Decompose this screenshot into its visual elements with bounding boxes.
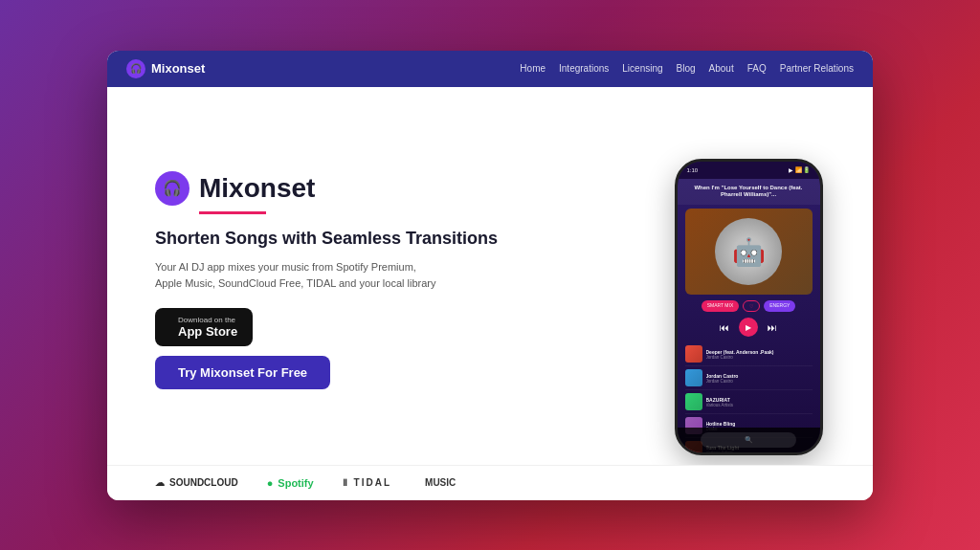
nav-links: Home Integrations Licensing Blog About F… (520, 63, 854, 74)
song-item-3[interactable]: BAZURIAT Various Artists (685, 390, 813, 414)
song-thumb-2 (685, 369, 702, 386)
hero-subtext: Your AI DJ app mixes your music from Spo… (155, 259, 442, 291)
phone-bottom-bar: 🔍 (678, 428, 820, 452)
app-store-large-text: App Store (178, 324, 237, 339)
now-playing-title: When I'm "Lose Yourself to Dance (feat. … (685, 185, 813, 200)
tidal-text: TIDAL (354, 477, 391, 488)
nav-link-about[interactable]: About (709, 63, 734, 74)
browser-window: 🎧 Mixonset Home Integrations Licensing B… (107, 51, 873, 500)
main-content: 🎧 Mixonset Shorten Songs with Seamless T… (107, 87, 873, 465)
song-info-1: Deeper (feat. Anderson .Paak) Jordan Cas… (706, 349, 813, 360)
phone-mockup: 1:10 ▶ 📶 🔋 When I'm "Lose Yourself to Da… (675, 159, 823, 455)
prev-button[interactable]: ⏮ (720, 322, 729, 333)
soundcloud-logo: ☁ SOUNDCLOUD (155, 477, 238, 488)
nav-link-blog[interactable]: Blog (677, 63, 696, 74)
app-store-button[interactable]: Download on the App Store (155, 308, 253, 346)
next-button[interactable]: ⏭ (768, 322, 777, 333)
brand-row: 🎧 Mixonset (155, 171, 614, 206)
spotify-logo: ● Spotify (267, 477, 314, 489)
app-store-small-text: Download on the (178, 316, 237, 324)
playback-controls: ⏮ ▶ ⏭ (678, 314, 820, 341)
nav-link-partner[interactable]: Partner Relations (780, 63, 854, 74)
search-bar-mini[interactable]: 🔍 (701, 432, 796, 448)
song-thumb-3 (685, 393, 702, 410)
navbar: 🎧 Mixonset Home Integrations Licensing B… (107, 51, 873, 87)
phone-status-bar: 1:10 ▶ 📶 🔋 (678, 162, 820, 179)
play-button[interactable]: ▶ (739, 318, 758, 337)
song-thumb-1 (685, 345, 702, 363)
apple-music-text: MUSIC (425, 477, 456, 488)
soundcloud-icon: ☁ (155, 477, 165, 488)
now-playing-header: When I'm "Lose Yourself to Dance (feat. … (678, 179, 820, 206)
nav-link-licensing[interactable]: Licensing (622, 63, 662, 74)
logos-section: ☁ SOUNDCLOUD ● Spotify Ⅱ TIDAL MUSIC (107, 465, 873, 500)
phone-icons: ▶ 📶 🔋 (789, 166, 810, 173)
album-art-area: 🤖 (685, 209, 813, 295)
phone-time: 1:10 (687, 167, 699, 173)
song-artist-2: Jordan Castro (706, 379, 813, 384)
song-item-1[interactable]: Deeper (feat. Anderson .Paak) Jordan Cas… (685, 342, 813, 366)
spotify-icon: ● (267, 477, 274, 489)
nav-link-faq[interactable]: FAQ (747, 63, 767, 74)
mix-pill-smart[interactable]: SMART MIX (702, 300, 740, 312)
song-info-3: BAZURIAT Various Artists (706, 397, 813, 407)
nav-logo: 🎧 Mixonset (126, 59, 205, 78)
album-art-person: 🤖 (715, 218, 782, 285)
mix-controls: SMART MIX ♡ ENERGY (678, 298, 820, 314)
nav-link-integrations[interactable]: Integrations (559, 63, 609, 74)
nav-logo-text: Mixonset (151, 61, 205, 76)
search-icon: 🔍 (745, 436, 753, 444)
phone-screen: 1:10 ▶ 📶 🔋 When I'm "Lose Yourself to Da… (678, 162, 820, 452)
mix-pill-energy[interactable]: ENERGY (764, 300, 795, 312)
tidal-logo: Ⅱ TIDAL (343, 477, 391, 488)
hero-headline: Shorten Songs with Seamless Transitions (155, 228, 614, 250)
left-section: 🎧 Mixonset Shorten Songs with Seamless T… (107, 87, 643, 465)
spotify-text: Spotify (278, 477, 313, 489)
brand-name: Mixonset (199, 173, 315, 204)
brand-underline (199, 211, 266, 214)
app-store-btn-text: Download on the App Store (178, 316, 237, 339)
nav-logo-icon: 🎧 (126, 59, 145, 78)
soundcloud-text: SOUNDCLOUD (169, 477, 238, 488)
song-artist-3: Various Artists (706, 403, 813, 407)
song-item-2[interactable]: Jordan Castro Jordan Castro (685, 366, 813, 390)
nav-link-home[interactable]: Home (520, 63, 546, 74)
song-artist-1: Jordan Castro (706, 355, 813, 360)
brand-icon: 🎧 (155, 171, 189, 206)
apple-music-logo: MUSIC (420, 477, 456, 488)
right-section: 1:10 ▶ 📶 🔋 When I'm "Lose Yourself to Da… (643, 87, 873, 465)
try-free-button[interactable]: Try Mixonset For Free (155, 356, 330, 389)
song-info-2: Jordan Castro Jordan Castro (706, 373, 813, 384)
tidal-icon: Ⅱ (343, 477, 349, 488)
mix-pill-heart[interactable]: ♡ (743, 300, 760, 312)
